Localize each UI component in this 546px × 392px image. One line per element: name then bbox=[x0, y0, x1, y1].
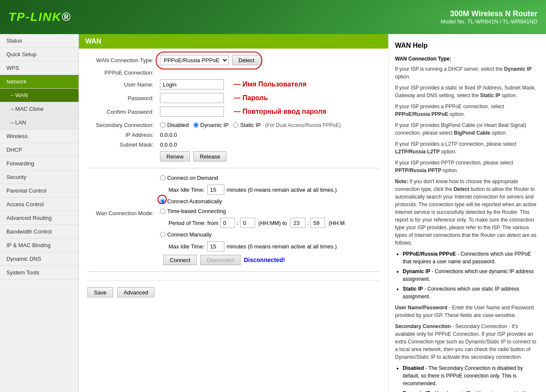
help-list-item-pppoe: PPPoE/Russia PPPoE - Connections which u… bbox=[403, 250, 540, 265]
max-idle-time-row2: Max Idle Time: minutes (0 means remain a… bbox=[168, 241, 345, 251]
secondary-connection-row: Secondary Connection: Disabled Dynamic I… bbox=[87, 122, 380, 128]
connect-automatically-option[interactable]: Connect Automatically bbox=[160, 198, 222, 205]
help-connection-type-subtitle: WAN Connection Type: bbox=[395, 55, 540, 63]
main-layout: Status Quick Setup WPS Network – WAN – M… bbox=[0, 34, 546, 392]
sidebar-item-advanced-routing[interactable]: Advanced Routing bbox=[0, 211, 78, 225]
max-idle-time-input1[interactable] bbox=[207, 184, 224, 195]
advanced-button[interactable]: Advanced bbox=[117, 287, 155, 297]
wan-header: WAN bbox=[79, 34, 388, 49]
release-button[interactable]: Release bbox=[193, 151, 227, 161]
wan-body: WAN Connection Type: PPPoE/Russia PPPoE … bbox=[79, 49, 388, 304]
help-list: PPPoE/Russia PPPoE - Connections which u… bbox=[403, 250, 540, 300]
help-username-password: User Name/Password - Enter the User Name… bbox=[395, 304, 540, 319]
help-title: WAN Help bbox=[395, 40, 540, 51]
username-input[interactable] bbox=[160, 79, 224, 89]
sidebar-item-parental-control[interactable]: Parental Control bbox=[0, 184, 78, 198]
sidebar-item-status[interactable]: Status bbox=[0, 34, 78, 48]
disconnect-button[interactable]: Disconnect bbox=[200, 255, 240, 265]
secondary-static-ip-option[interactable]: Static IP bbox=[233, 122, 261, 128]
secondary-dynamic-radio[interactable] bbox=[193, 122, 199, 128]
help-list-item-static: Static IP - Connections which use static… bbox=[403, 285, 540, 300]
connect-automatically-radio[interactable] bbox=[160, 199, 166, 204]
disconnected-status: Disconnected! bbox=[244, 257, 285, 263]
help-secondary-disabled: Disabled - The Secondary Connection is d… bbox=[403, 364, 540, 387]
help-p1: If your ISP is running a DHCP server, se… bbox=[395, 65, 540, 81]
time-based-option[interactable]: Time-based Connecting bbox=[160, 208, 345, 214]
wan-connection-type-row: WAN Connection Type: PPPoE/Russia PPPoE … bbox=[87, 55, 380, 65]
confirm-password-row: Confirm Password: — Повторный ввод парол… bbox=[87, 107, 380, 117]
help-p4: If your ISP provides BigPond Cable (or H… bbox=[395, 121, 540, 137]
sidebar-item-wireless[interactable]: Wireless bbox=[0, 130, 78, 143]
connect-disconnect-row: Connect Disconnect Disconnected! bbox=[87, 255, 380, 265]
renew-button[interactable]: Renew bbox=[160, 151, 190, 161]
sidebar-item-forwarding[interactable]: Forwarding bbox=[0, 157, 78, 170]
confirm-password-label: Confirm Password: bbox=[87, 109, 160, 115]
period-from-hh-input[interactable] bbox=[220, 218, 235, 228]
subnet-mask-value: 0.0.0.0 bbox=[160, 141, 177, 148]
sidebar-item-lan[interactable]: – LAN bbox=[0, 116, 78, 130]
password-control-area: — Пароль bbox=[160, 93, 380, 103]
sidebar-item-wan[interactable]: – WAN bbox=[0, 89, 78, 102]
detect-button[interactable]: Detect bbox=[232, 55, 261, 65]
secondary-connection-group: Disabled Dynamic IP Static IP (For Dual … bbox=[160, 122, 341, 128]
content-area: WAN WAN Connection Type: PPPoE/Russia PP… bbox=[79, 34, 546, 392]
connect-manually-option[interactable]: Connect Manually bbox=[160, 231, 345, 238]
password-label: Password: bbox=[87, 95, 160, 101]
sidebar-item-wps[interactable]: WPS bbox=[0, 61, 78, 75]
save-advanced-row: Save Advanced bbox=[87, 280, 380, 297]
connect-on-demand-radio[interactable] bbox=[160, 175, 166, 181]
sidebar-item-mac-clone[interactable]: – MAC Clone bbox=[0, 102, 78, 116]
help-secondary: Secondary Connection - Secondary Connect… bbox=[395, 323, 540, 361]
ip-address-row: IP Address: 0.0.0.0 bbox=[87, 132, 380, 138]
help-secondary-dynamic: Dynamic IP - Use dynamic IP address to c… bbox=[403, 389, 540, 392]
wan-connection-mode-row: Wan Connection Mode: Connect on Demand M… bbox=[87, 175, 380, 251]
connect-manually-radio[interactable] bbox=[160, 232, 166, 237]
wan-connection-type-wrapper: PPPoE/Russia PPPoE Dynamic IP Static IP … bbox=[160, 55, 261, 65]
model-info: 300M Wireless N Router Model No. TL-WR84… bbox=[441, 9, 537, 25]
password-row: Password: — Пароль bbox=[87, 93, 380, 103]
password-input[interactable] bbox=[160, 93, 224, 103]
renew-release-buttons: Renew Release bbox=[160, 151, 227, 161]
sidebar-item-dynamic-dns[interactable]: Dynamic DNS bbox=[0, 252, 78, 266]
period-to-hh-input[interactable] bbox=[290, 218, 305, 228]
subnet-mask-label: Subnet Mask: bbox=[87, 141, 160, 148]
sidebar-item-bandwidth-control[interactable]: Bandwidth Control bbox=[0, 225, 78, 239]
save-button[interactable]: Save bbox=[87, 287, 113, 297]
divider1 bbox=[87, 168, 380, 168]
product-name: 300M Wireless N Router bbox=[441, 9, 537, 18]
secondary-disabled-radio[interactable] bbox=[160, 122, 166, 128]
secondary-note: (For Dual Access/Russia PPPoE) bbox=[265, 122, 340, 128]
password-annotation: — Пароль bbox=[234, 94, 268, 102]
max-idle-time-input2[interactable] bbox=[207, 241, 224, 251]
secondary-connection-label: Secondary Connection: bbox=[87, 122, 160, 128]
connect-button[interactable]: Connect bbox=[163, 255, 197, 265]
wan-connection-type-label: WAN Connection Type: bbox=[87, 57, 160, 63]
help-p6: If your ISP provides PPTP connection, pl… bbox=[395, 159, 540, 174]
sidebar-item-ip-mac-binding[interactable]: IP & MAC Binding bbox=[0, 239, 78, 252]
help-panel: WAN Help WAN Connection Type: If your IS… bbox=[388, 34, 546, 392]
ip-address-value: 0.0.0.0 bbox=[160, 132, 177, 138]
help-note: Note: If you don't know how to choose th… bbox=[395, 178, 540, 247]
header: TP-LINK® 300M Wireless N Router Model No… bbox=[0, 0, 546, 34]
sidebar-item-security[interactable]: Security bbox=[0, 170, 78, 184]
confirm-password-input[interactable] bbox=[160, 107, 224, 117]
username-annotation: — Имя Пользователя bbox=[234, 81, 307, 88]
secondary-static-radio[interactable] bbox=[233, 122, 238, 128]
renew-release-row: Renew Release bbox=[87, 151, 380, 161]
connect-on-demand-option[interactable]: Connect on Demand bbox=[160, 175, 345, 181]
sidebar-item-access-control[interactable]: Access Control bbox=[0, 198, 78, 211]
time-based-radio[interactable] bbox=[160, 208, 166, 214]
username-label: User Name: bbox=[87, 81, 160, 88]
help-secondary-list: Disabled - The Secondary Connection is d… bbox=[403, 364, 540, 392]
wan-connection-type-select[interactable]: PPPoE/Russia PPPoE Dynamic IP Static IP … bbox=[160, 55, 229, 65]
period-to-mm-input[interactable] bbox=[310, 218, 325, 228]
sidebar-item-system-tools[interactable]: System Tools bbox=[0, 266, 78, 280]
period-from-mm-input[interactable] bbox=[240, 218, 255, 228]
sidebar-item-dhcp[interactable]: DHCP bbox=[0, 143, 78, 157]
sidebar-item-network[interactable]: Network bbox=[0, 75, 78, 89]
pppoe-connection-label: PPPoE Connection: bbox=[87, 69, 160, 76]
sidebar: Status Quick Setup WPS Network – WAN – M… bbox=[0, 34, 79, 392]
sidebar-item-quick-setup[interactable]: Quick Setup bbox=[0, 48, 78, 61]
secondary-dynamic-ip-option[interactable]: Dynamic IP bbox=[193, 122, 229, 128]
secondary-disabled-option[interactable]: Disabled bbox=[160, 122, 189, 128]
